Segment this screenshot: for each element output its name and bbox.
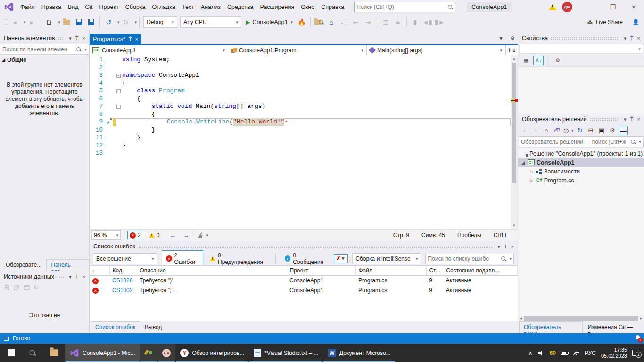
scroll-left-icon[interactable]: ◄: [519, 316, 523, 321]
toolbox-search-input[interactable]: [2, 46, 76, 53]
zoom-dropdown[interactable]: 96 %▾: [91, 230, 121, 240]
pin-icon[interactable]: Ṫ: [502, 244, 509, 249]
solution-explorer-home-icon[interactable]: ⌂: [326, 16, 337, 28]
scroll-right-icon[interactable]: ►: [639, 316, 643, 321]
columns-filter-icon[interactable]: ✗▼: [334, 254, 348, 263]
menu-правка[interactable]: Правка: [38, 2, 65, 12]
code-line-6[interactable]: 6 {: [90, 95, 511, 103]
pending-changes-icon[interactable]: ◷▾: [563, 126, 574, 135]
close-icon[interactable]: ×: [135, 36, 138, 42]
taskbar-task-modding-tool[interactable]: [140, 344, 157, 362]
categorized-view-icon[interactable]: ▦: [521, 56, 531, 65]
collapsed-arrow-icon[interactable]: ▷: [529, 169, 534, 174]
code-line-10[interactable]: 10 }: [90, 126, 511, 134]
menu-файл[interactable]: Файл: [17, 2, 38, 12]
tray-expand-icon[interactable]: ∧: [528, 350, 533, 356]
chevron-down-icon[interactable]: ▾: [58, 20, 61, 25]
editor-warnings-button[interactable]: 0: [149, 232, 160, 239]
warning-notification-icon[interactable]: [549, 4, 556, 10]
action-center-icon[interactable]: [632, 350, 639, 356]
file-explorer-button[interactable]: [43, 344, 65, 362]
hot-reload-icon[interactable]: 🔥: [296, 16, 307, 28]
chevron-down-icon[interactable]: ▾: [495, 244, 502, 250]
chevron-down-icon[interactable]: ▾: [67, 274, 74, 280]
wrench-icon[interactable]: ⚙: [608, 126, 617, 135]
code-line-4[interactable]: 4{: [90, 80, 511, 88]
solution-horizontal-scrollbar[interactable]: ◄ ►: [518, 315, 644, 321]
warnings-filter-button[interactable]: 0 Предупреждения: [206, 251, 270, 267]
navigate-forward-icon[interactable]: ▸: [26, 16, 38, 28]
menu-окно[interactable]: Окно: [297, 2, 318, 12]
edit-data-source-icon[interactable]: 🗇: [14, 284, 20, 291]
add-data-source-icon[interactable]: 🗄: [4, 284, 10, 291]
scope-filter-dropdown[interactable]: Все решение▾: [93, 253, 157, 264]
tab-program-cs[interactable]: Program.cs* Ṫ ×: [90, 34, 141, 44]
editor-vertical-scrollbar[interactable]: ▲ ▼: [511, 55, 518, 229]
close-icon[interactable]: ×: [636, 35, 642, 41]
prev-bookmark-icon[interactable]: ◄▮: [422, 16, 433, 28]
split-window-icon[interactable]: ⇞⇟: [505, 45, 518, 55]
code-line-5[interactable]: 5− class Program: [90, 87, 511, 95]
network-icon[interactable]: [573, 351, 579, 355]
feedback-person-icon[interactable]: 👤: [632, 19, 639, 25]
fold-collapse-icon[interactable]: −: [115, 74, 122, 78]
copy-view-icon[interactable]: ▣: [597, 126, 606, 135]
save-icon[interactable]: [73, 16, 84, 28]
solution-search-box[interactable]: ▾: [519, 136, 644, 147]
menu-расширения[interactable]: Расширения: [256, 2, 297, 12]
navigate-back-icon[interactable]: ◂: [9, 16, 20, 28]
close-icon[interactable]: ×: [509, 244, 516, 249]
menu-вид[interactable]: Вид: [65, 2, 82, 12]
chevron-down-icon[interactable]: ▾: [622, 116, 628, 123]
navbar-member-dropdown[interactable]: Main(string[] args)▾: [367, 45, 505, 55]
spaces-indicator[interactable]: Пробелы: [457, 232, 481, 239]
taskbar-search-button[interactable]: [22, 344, 43, 362]
scrollbar-thumb[interactable]: [512, 63, 516, 183]
code-line-9[interactable]: 9 Console.WriteLine("Hello World!"~: [90, 118, 511, 126]
scroll-up-icon[interactable]: ▲: [511, 55, 518, 62]
forward-icon[interactable]: ›: [531, 126, 540, 135]
open-file-icon[interactable]: [61, 16, 72, 28]
menu-отладка[interactable]: Отладка: [149, 2, 179, 12]
chevron-down-icon[interactable]: ▾: [135, 20, 137, 25]
pin-icon[interactable]: Ṫ: [628, 35, 636, 41]
tab-server-explorer[interactable]: Обозревате...: [1, 259, 46, 271]
taskbar-task-visual-studio[interactable]: ConsoleApp1 - Mic...: [65, 344, 140, 362]
notification-bell-icon[interactable]: [635, 334, 641, 342]
menu-справка[interactable]: Справка: [318, 2, 347, 12]
errors-filter-button[interactable]: × 2 Ошибки: [162, 250, 204, 267]
uncomment-icon[interactable]: ≡: [392, 16, 404, 28]
menu-тест[interactable]: Тест: [179, 2, 198, 12]
code-line-2[interactable]: 2: [90, 64, 511, 72]
code-line-11[interactable]: 11 }: [90, 134, 511, 142]
battery-icon[interactable]: [561, 351, 568, 355]
code-line-13[interactable]: 13: [90, 149, 511, 157]
refresh-icon[interactable]: ↻: [575, 126, 585, 135]
code-cleanup-icon[interactable]: [198, 232, 203, 238]
expanded-arrow-icon[interactable]: ◢: [521, 160, 526, 165]
gear-icon[interactable]: ⚙: [510, 35, 515, 41]
menu-проект[interactable]: Проект: [96, 2, 122, 12]
refresh-icon[interactable]: ↻: [33, 284, 39, 291]
live-share-label[interactable]: Live Share: [596, 19, 623, 25]
restore-button[interactable]: ❐: [603, 0, 623, 14]
code-line-8[interactable]: 8 {: [90, 111, 511, 119]
eol-indicator[interactable]: CRLF: [494, 232, 508, 239]
error-search-box[interactable]: ▾: [425, 254, 514, 264]
tree-item[interactable]: ◢C#ConsoleApp1: [518, 158, 644, 167]
collapsed-arrow-icon[interactable]: ▷: [529, 178, 534, 183]
column-indicator[interactable]: Симв: 45: [421, 232, 445, 239]
error-table-header[interactable]: ‼ Код Описание Проект Файл Ст... Состоян…: [90, 266, 518, 276]
pin-icon[interactable]: Ṫ: [628, 116, 636, 122]
build-intellisense-dropdown[interactable]: Сборка и IntelliSense▾: [352, 253, 421, 264]
quick-actions-screwdriver-icon[interactable]: [107, 118, 113, 126]
tree-item[interactable]: ▷C#Program.cs: [518, 176, 644, 185]
fold-collapse-icon[interactable]: −: [115, 89, 122, 93]
quick-search-box[interactable]: [354, 2, 455, 12]
indent-decrease-icon[interactable]: ⇤: [350, 16, 362, 28]
navbar-type-dropdown[interactable]: ConsoleApp1.Program▾: [228, 45, 367, 55]
next-bookmark-icon[interactable]: ▮►: [434, 16, 446, 28]
taskbar-task-yandex-browser[interactable]: YОбзор интегриров...: [175, 344, 249, 362]
configure-data-source-icon[interactable]: 🗔: [24, 284, 30, 291]
overflow-icon[interactable]: ⌄: [340, 20, 344, 25]
